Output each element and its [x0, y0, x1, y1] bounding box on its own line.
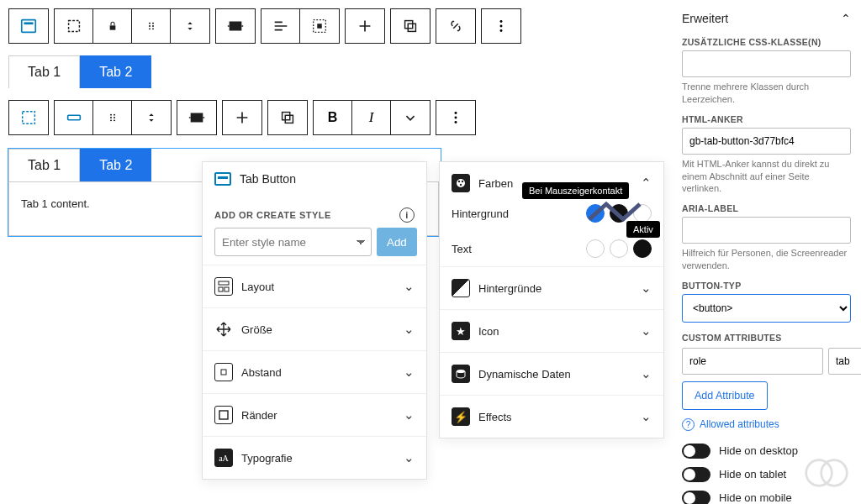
svg-point-37	[457, 179, 465, 187]
svg-point-9	[152, 28, 154, 29]
align-left-icon[interactable]	[261, 9, 300, 43]
svg-rect-3	[109, 25, 115, 29]
acc-spacing[interactable]: Abstand ⌄	[203, 350, 426, 393]
acc-icon[interactable]: ★Icon ⌄	[440, 309, 663, 352]
italic-icon[interactable]: I	[352, 101, 391, 134]
more-icon-2[interactable]	[436, 101, 475, 134]
tab-2-b[interactable]: Tab 2	[80, 149, 151, 181]
svg-rect-26	[191, 113, 203, 123]
panel-block-title: Tab Button	[203, 162, 426, 196]
svg-rect-19	[67, 115, 80, 120]
block-type-button[interactable]	[9, 9, 48, 43]
dup-link-group	[390, 8, 430, 44]
move-updown-icon[interactable]	[171, 9, 209, 43]
button-block-icon[interactable]	[9, 101, 48, 134]
allowed-attributes-link[interactable]: ? Allowed attributes	[682, 418, 851, 431]
duplicate-icon-2[interactable]	[268, 101, 307, 134]
svg-point-15	[500, 20, 503, 23]
attr-key-input[interactable]	[682, 348, 823, 375]
acc-dynamic[interactable]: Dynamische Daten ⌄	[440, 352, 663, 395]
button-style-icon[interactable]	[55, 101, 93, 134]
svg-point-17	[500, 29, 503, 32]
svg-rect-14	[408, 24, 415, 31]
tab-1[interactable]: Tab 1	[8, 55, 80, 88]
drag-handle-icon[interactable]	[132, 9, 171, 43]
svg-rect-28	[285, 115, 293, 123]
acc-typography[interactable]: aATypografie ⌄	[203, 436, 426, 479]
plus-icon-2[interactable]	[223, 101, 261, 134]
anchor-input[interactable]	[682, 128, 851, 155]
svg-point-29	[455, 112, 457, 114]
chevron-down-icon: ⌄	[404, 322, 415, 337]
acc-size[interactable]: Größe ⌄	[203, 307, 426, 350]
svg-point-8	[149, 28, 151, 29]
marquee-icon[interactable]	[55, 9, 93, 43]
swatch-text-default[interactable]	[586, 239, 605, 258]
full-width-group	[215, 8, 256, 44]
chevron-down-icon: ⌄	[641, 366, 652, 381]
button-type-select[interactable]: <button>	[682, 294, 851, 323]
full-width-icon[interactable]	[216, 9, 255, 43]
svg-rect-12	[317, 24, 322, 29]
align-group	[261, 8, 340, 44]
drag-handle-icon-2[interactable]	[93, 101, 132, 134]
icon-icon: ★	[452, 322, 470, 340]
swatch-text-active[interactable]	[633, 239, 652, 258]
chevron-down-icon: ⌄	[641, 323, 652, 339]
plus-icon[interactable]	[346, 9, 384, 43]
svg-rect-18	[23, 112, 35, 124]
move-updown-icon-2[interactable]	[132, 101, 171, 134]
svg-point-21	[114, 114, 115, 116]
toggle-mobile[interactable]	[682, 491, 710, 504]
more-icon[interactable]	[482, 9, 520, 43]
acc-backgrounds[interactable]: Hintergründe ⌄	[440, 266, 663, 309]
acc-layout[interactable]: Layout ⌄	[203, 265, 426, 307]
svg-point-39	[462, 181, 463, 182]
aria-help: Hilfreich für Personen, die Screenreader…	[682, 247, 851, 272]
acc-effects[interactable]: ⚡Effects ⌄	[440, 395, 663, 438]
svg-point-30	[455, 117, 457, 119]
add-style-button[interactable]: Add	[377, 228, 417, 256]
svg-point-20	[110, 114, 112, 116]
full-width-icon-2[interactable]	[177, 101, 216, 134]
inspector-sidebar: Erweitert ⌃ ZUSÄTZLICHE CSS-KLASSE(N) Tr…	[672, 0, 861, 504]
svg-rect-0	[22, 20, 36, 33]
style-name-input[interactable]	[214, 228, 372, 256]
color-row-text[interactable]: Text Aktiv	[440, 231, 663, 266]
more-group-2	[436, 100, 476, 135]
swatch-text-hover[interactable]	[610, 239, 628, 258]
anchor-label: HTML-ANKER	[682, 114, 851, 124]
chevron-down-icon: ⌄	[404, 450, 415, 465]
style-panel: Tab Button ADD OR CREATE STYLE i Add Lay…	[202, 161, 427, 480]
select-group-2	[54, 100, 172, 135]
palette-icon	[452, 174, 470, 192]
advanced-section-toggle[interactable]: Erweitert ⌃	[682, 7, 851, 32]
chevron-down-icon: ⌄	[404, 279, 415, 294]
tab-2[interactable]: Tab 2	[80, 55, 151, 88]
toggle-tablet[interactable]	[682, 467, 710, 482]
css-class-input[interactable]	[682, 50, 851, 77]
hide-mobile-row[interactable]: Hide on mobile	[682, 486, 851, 504]
add-attribute-button[interactable]: Add Attribute	[682, 381, 768, 410]
info-icon[interactable]: i	[399, 207, 415, 223]
acc-border[interactable]: Ränder ⌄	[203, 393, 426, 436]
chevron-down-icon: ⌄	[641, 281, 652, 296]
acc-label: Layout	[241, 281, 274, 293]
text-more-icon[interactable]	[391, 101, 430, 134]
database-icon	[452, 365, 470, 383]
duplicate-icon[interactable]	[391, 9, 430, 43]
aria-label-input[interactable]	[682, 217, 851, 244]
colors-title: Farben	[478, 177, 513, 190]
acc-label: Größe	[241, 323, 272, 336]
select-container-icon[interactable]	[300, 9, 339, 43]
attr-val-input[interactable]	[828, 348, 861, 375]
bold-icon[interactable]: B	[314, 101, 352, 134]
lock-icon[interactable]	[93, 9, 132, 43]
color-label-text: Text	[452, 243, 472, 255]
tab-1-b[interactable]: Tab 1	[8, 149, 80, 181]
chevron-down-icon: ⌄	[404, 365, 415, 380]
link-icon[interactable]	[436, 9, 475, 43]
toggle-desktop[interactable]	[682, 444, 710, 459]
bg-swatches: Bei Mauszeigerkontakt	[586, 204, 652, 223]
insert-group	[345, 8, 385, 44]
